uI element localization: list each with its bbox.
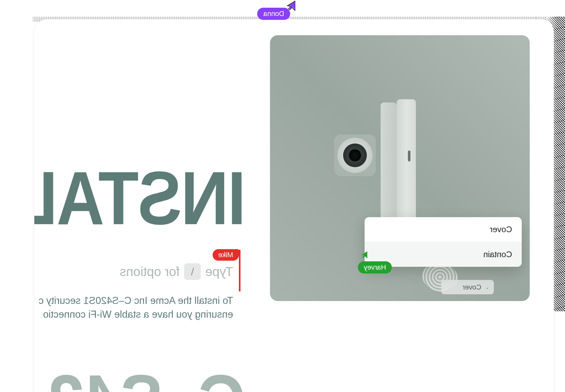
hint-post-text: for options (120, 265, 180, 279)
dropdown-option-cover[interactable]: Cover (365, 217, 522, 242)
heading-line-2: C–S42 (34, 368, 246, 392)
hint-pre-text: Type (205, 265, 233, 279)
dropdown-option-label: Cover (490, 225, 512, 234)
chevron-down-icon: ⌄ (485, 284, 489, 290)
text-insertion-caret (239, 250, 240, 291)
collaborator-label-donna: Donna (257, 8, 290, 20)
page-heading: INSTALI C–S42 SECURI (34, 29, 246, 392)
slash-key-icon: \ (184, 263, 201, 280)
paragraph-line-2: ensuring you have a stable Wi-Fi connect… (38, 308, 233, 322)
design-canvas-card: ⌄ Cover Cover Contain Harvey INSTALI C–S… (34, 19, 554, 392)
dropdown-option-label: Contain (483, 249, 512, 259)
heading-line-1: INSTALI (34, 164, 246, 232)
camera-lens-iris (349, 149, 361, 161)
slash-command-hint[interactable]: Type \ for options (120, 263, 233, 280)
image-fit-chip-label: Cover (462, 283, 481, 291)
image-fit-chip[interactable]: ⌄ Cover (441, 280, 494, 294)
camera-led-slot (408, 151, 410, 161)
collaborator-label-harvey: Harvey (358, 261, 392, 274)
paragraph-line-1: To install the Acme Inc C–S420S1 securit… (38, 294, 233, 308)
body-paragraph[interactable]: To install the Acme Inc C–S420S1 securit… (38, 294, 233, 322)
collaborator-label-mike: Mike (213, 249, 239, 261)
image-fit-dropdown[interactable]: Cover Contain (365, 217, 522, 267)
